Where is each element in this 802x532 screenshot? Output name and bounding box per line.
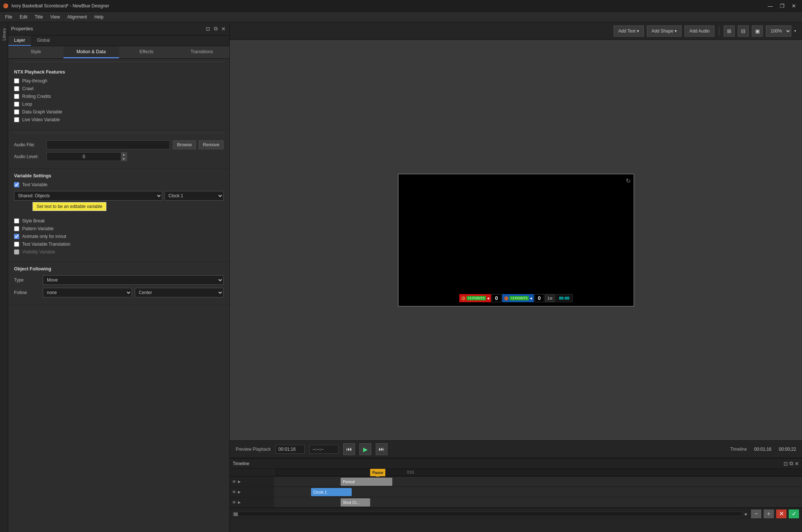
checkbox-data-graph: Data Graph Variable [14,109,223,115]
pattern-variable-label[interactable]: Pattern Variable [22,226,54,231]
clip-period[interactable]: Period [341,478,392,486]
panel-float-button[interactable]: ⧉ [213,25,218,33]
timeline-delete-button[interactable]: ✕ [776,509,786,518]
clock-dropdown[interactable]: Clock 1 [164,191,223,201]
main-layout: Library Properties ⊡ ⧉ ✕ Layer Global St… [0,22,802,532]
style-break-label[interactable]: Style Break [22,218,45,224]
track-period-arrow[interactable]: ▶ [238,480,241,484]
tab-layer[interactable]: Layer [8,35,31,46]
maximize-button[interactable]: ❐ [777,2,787,10]
preview-playback-label: Preview Playback [236,447,271,452]
crawl-checkbox[interactable] [14,86,19,91]
zoom-dropdown[interactable]: 100% 50% 75% 150% 200% [766,25,791,37]
timeline-minus-button[interactable]: − [751,509,761,518]
score1: 0 [492,294,501,302]
checkbox-rolling-credits: Rolling Credits [14,94,223,99]
style-break-checkbox[interactable] [14,218,19,224]
team1-icon: 🏀 [461,296,465,300]
timeline-close-button[interactable]: ✕ [795,460,799,467]
loop-label[interactable]: Loop [22,102,32,107]
left-sidebar: Library [0,22,8,532]
live-video-label[interactable]: Live Video Variable [22,117,60,122]
crawl-label[interactable]: Crawl [22,86,34,91]
tab-transitions[interactable]: Transitions [174,46,229,58]
play-button[interactable]: ▶ [359,443,371,455]
timeline-collapse-button[interactable]: ⊡ [784,460,788,467]
prev-button[interactable]: ⏮ [343,443,355,455]
audio-level-value[interactable] [47,154,121,159]
spin-up[interactable]: ▲ [121,152,127,157]
track-shot-eye[interactable]: 👁 [232,500,236,505]
browse-button[interactable]: Browse [173,140,196,149]
close-button[interactable]: ✕ [789,2,799,10]
text-var-translation-checkbox[interactable] [14,242,19,247]
animate-only-label[interactable]: Animate only for in/out [22,234,66,239]
scroll-thumb[interactable] [233,512,238,516]
add-shape-button[interactable]: Add Shape ▾ [647,25,682,37]
audio-file-input[interactable] [47,140,170,149]
clip-clock1[interactable]: Clcok 1 [311,488,352,496]
menu-title[interactable]: Title [31,13,47,21]
tab-global[interactable]: Global [31,35,56,46]
track-clock1-eye[interactable]: 👁 [232,490,236,495]
layout-button[interactable]: ▣ [752,25,763,37]
add-audio-button[interactable]: Add Audio [685,25,714,37]
refresh-icon[interactable]: ↻ [626,177,631,184]
tab-style[interactable]: Style [8,46,64,58]
menu-help[interactable]: Help [91,13,107,21]
clip-shot[interactable]: Shot Cl... [341,498,370,507]
menu-alignment[interactable]: Alignment [64,13,91,21]
team2-block: 🏀 +3 POINTS ◀ [502,294,534,302]
track-shot-arrow[interactable]: ▶ [238,500,241,504]
add-text-button[interactable]: Add Text ▾ [614,25,644,37]
tab-effects[interactable]: Effects [119,46,174,58]
data-graph-checkbox[interactable] [14,109,19,115]
type-dropdown[interactable]: Move [43,275,223,285]
animate-only-checkbox[interactable] [14,234,19,239]
checkbox-crawl: Crawl [14,86,223,91]
zoom-arrow-icon: ▾ [794,29,796,33]
panel-close-button[interactable]: ✕ [221,25,226,33]
tab-motion-data[interactable]: Motion & Data [64,46,119,58]
timeline-panel: Timeline ⊡ ⧉ ✕ Pause 0:01 [230,458,802,532]
panel-pin-button[interactable]: ⊡ [205,25,211,33]
timeline-tracks: 👁 ▶ Period 👁 ▶ Clcok 1 [230,477,802,508]
timeline-copy-button[interactable]: ⧉ [789,460,793,467]
grid-button[interactable]: ⊞ [724,25,735,37]
library-tab[interactable]: Library [0,25,8,44]
pattern-variable-checkbox[interactable] [14,226,19,231]
text-variable-checkbox[interactable] [14,182,19,187]
timeline-header: Timeline ⊡ ⧉ ✕ [230,458,802,469]
follow-dropdown[interactable]: none [43,288,132,297]
visibility-variable-checkbox[interactable] [14,249,19,255]
menu-view[interactable]: View [47,13,64,21]
data-graph-label[interactable]: Data Graph Variable [22,109,62,115]
minimize-button[interactable]: — [765,2,775,10]
ruler-spacer [230,469,274,476]
play-through-checkbox[interactable] [14,78,19,83]
menu-edit[interactable]: Edit [16,13,31,21]
play-through-label[interactable]: Play-through [22,78,47,83]
timeline-plus-button[interactable]: + [764,509,774,518]
remove-button[interactable]: Remove [199,140,223,149]
type-label: Type [14,277,40,283]
rolling-credits-label[interactable]: Rolling Credits [22,94,51,99]
motion-tabs: Style Motion & Data Effects Transitions [8,46,229,59]
shared-objects-dropdown[interactable]: Shared: Objects [14,191,162,201]
track-clock1-arrow[interactable]: ▶ [238,490,241,494]
panel-content: NTX Playback Features Play-through Crawl… [8,59,229,532]
live-video-checkbox[interactable] [14,117,19,122]
spin-down[interactable]: ▼ [121,157,127,161]
loop-checkbox[interactable] [14,102,19,107]
follow-position-dropdown[interactable]: Center [135,288,224,297]
ruler-button[interactable]: ⊟ [738,25,749,37]
timeline-scrollbar[interactable] [233,512,742,516]
track-shot-content: Shot Cl... [274,497,802,507]
menu-file[interactable]: File [1,13,16,21]
timeline-confirm-button[interactable]: ✓ [789,509,799,518]
track-period-eye[interactable]: 👁 [232,479,236,484]
text-variable-label[interactable]: Text Variable [22,182,47,187]
rolling-credits-checkbox[interactable] [14,94,19,99]
next-button[interactable]: ⏭ [376,443,388,455]
text-var-translation-label[interactable]: Text Variable Translation [22,242,71,247]
